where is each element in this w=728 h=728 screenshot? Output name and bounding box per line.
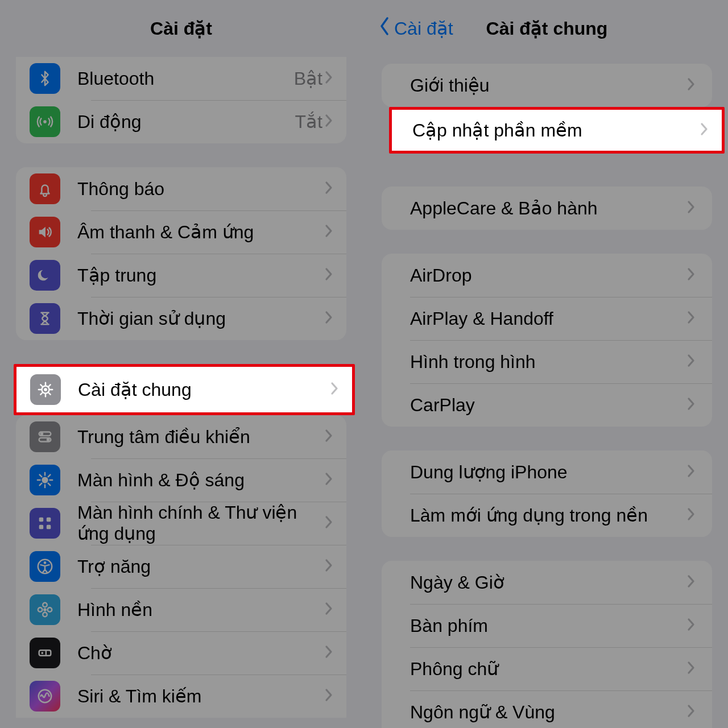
row-label: CarPlay xyxy=(410,395,687,416)
svg-point-30 xyxy=(44,388,47,391)
svg-line-11 xyxy=(48,483,51,486)
settings-row[interactable]: Trợ năng xyxy=(16,545,346,588)
row-label: Cập nhật phần mềm xyxy=(412,119,700,141)
settings-row[interactable]: AppleCare & Bảo hành xyxy=(382,187,712,230)
settings-row[interactable]: Hình nền xyxy=(16,588,346,631)
settings-row[interactable]: Âm thanh & Cảm ứng xyxy=(16,210,346,254)
back-label: Cài đặt xyxy=(394,18,453,39)
settings-row[interactable]: Ngôn ngữ & Vùng xyxy=(382,690,712,728)
settings-row[interactable]: Hình trong hình xyxy=(382,340,712,383)
settings-row[interactable]: Làm mới ứng dụng trong nền xyxy=(382,494,712,537)
row-label: Làm mới ứng dụng trong nền xyxy=(410,505,687,526)
svg-point-20 xyxy=(43,608,47,611)
chevron-right-icon xyxy=(325,311,333,326)
row-label: Màn hình chính & Thư viện ứng dụng xyxy=(77,502,325,544)
svg-line-12 xyxy=(48,475,51,477)
row-label: Trợ năng xyxy=(77,556,325,577)
navbar-left: Cài đặt xyxy=(0,0,362,57)
group-storage: Dung lượng iPhone Làm mới ứng dụng trong… xyxy=(382,450,712,537)
settings-row[interactable]: Màn hình & Độ sáng xyxy=(16,458,346,502)
svg-point-5 xyxy=(42,477,48,483)
settings-row[interactable]: Màn hình chính & Thư viện ứng dụng xyxy=(16,502,346,545)
settings-row[interactable]: Chờ xyxy=(16,631,346,675)
svg-point-24 xyxy=(48,607,52,612)
chevron-right-icon xyxy=(687,704,695,720)
settings-row[interactable]: Ngày & Giờ xyxy=(382,561,712,604)
row-label: Ngôn ngữ & Vùng xyxy=(410,702,687,723)
svg-point-26 xyxy=(41,652,43,654)
svg-line-38 xyxy=(40,393,42,395)
row-label: Thông báo xyxy=(77,179,325,200)
navbar-right: Cài đặt Cài đặt chung xyxy=(366,0,728,57)
settings-row[interactable]: Thời gian sử dụng xyxy=(16,297,346,340)
bluetooth-icon xyxy=(30,63,60,94)
row-label: AirPlay & Handoff xyxy=(410,308,687,329)
chevron-right-icon xyxy=(687,354,695,370)
row-software-update-highlighted[interactable]: Cập nhật phần mềm xyxy=(389,107,725,154)
chevron-right-icon xyxy=(687,77,695,93)
row-label: Âm thanh & Cảm ứng xyxy=(77,222,325,243)
apps-icon xyxy=(30,508,60,539)
standby-icon xyxy=(30,638,60,668)
chevron-right-icon xyxy=(687,618,695,634)
chevron-right-icon xyxy=(325,114,333,130)
page-title: Cài đặt xyxy=(150,18,212,39)
row-label: Bluetooth xyxy=(77,68,294,89)
chevron-right-icon xyxy=(700,122,708,138)
row-label: Ngày & Giờ xyxy=(410,572,687,593)
chevron-right-icon xyxy=(325,224,333,240)
settings-row[interactable]: Phông chữ xyxy=(382,647,712,690)
settings-row[interactable]: AirPlay & Handoff xyxy=(382,297,712,340)
svg-point-21 xyxy=(43,603,47,607)
back-button[interactable]: Cài đặt xyxy=(379,0,453,57)
chevron-right-icon xyxy=(325,472,333,488)
row-label: Siri & Tìm kiếm xyxy=(77,686,325,707)
settings-row[interactable]: Thông báo xyxy=(16,167,346,210)
group-connectivity: Bluetooth Bật Di động Tắt xyxy=(16,57,346,143)
svg-rect-25 xyxy=(39,650,51,655)
chevron-right-icon xyxy=(687,661,695,677)
svg-point-2 xyxy=(40,432,44,436)
row-label: Tập trung xyxy=(77,265,325,286)
row-label: Chờ xyxy=(77,643,325,664)
row-general-settings-highlighted[interactable]: Cài đặt chung xyxy=(14,364,355,415)
chevron-right-icon xyxy=(325,71,333,86)
settings-row[interactable]: AirDrop xyxy=(382,254,712,297)
bell-icon xyxy=(30,173,60,204)
toggles-icon xyxy=(30,421,60,452)
chevron-right-icon xyxy=(687,200,695,216)
svg-rect-15 xyxy=(47,518,51,522)
settings-row[interactable]: Siri & Tìm kiếm xyxy=(16,675,346,718)
row-label: Màn hình & Độ sáng xyxy=(77,470,325,491)
speaker-icon xyxy=(30,217,60,247)
chevron-right-icon xyxy=(687,574,695,590)
chevron-right-icon xyxy=(325,645,333,661)
row-label: Giới thiệu xyxy=(410,75,687,96)
svg-line-35 xyxy=(40,384,42,386)
settings-row[interactable]: Trung tâm điều khiển xyxy=(16,415,346,458)
group-system: Trung tâm điều khiển Màn hình & Độ sáng … xyxy=(16,415,346,718)
chevron-right-icon xyxy=(687,267,695,283)
settings-row[interactable]: CarPlay xyxy=(382,383,712,427)
settings-row[interactable]: Bàn phím xyxy=(382,604,712,647)
settings-row[interactable]: Giới thiệu xyxy=(382,64,712,107)
siri-icon xyxy=(30,681,60,712)
svg-line-10 xyxy=(40,475,42,477)
row-label: AppleCare & Bảo hành xyxy=(410,198,687,219)
row-label: Phông chữ xyxy=(410,659,687,680)
chevron-right-icon xyxy=(325,559,333,574)
chevron-right-icon xyxy=(687,464,695,480)
row-label: Trung tâm điều khiển xyxy=(77,427,325,448)
sun-icon xyxy=(30,465,60,495)
group-warranty: AppleCare & Bảo hành xyxy=(382,187,712,230)
settings-row[interactable]: Dung lượng iPhone xyxy=(382,450,712,494)
gear-icon xyxy=(30,374,61,405)
row-label: Cài đặt chung xyxy=(78,379,330,400)
settings-row[interactable]: Di động Tắt xyxy=(16,100,346,143)
chevron-right-icon xyxy=(325,602,333,618)
svg-point-23 xyxy=(38,607,43,612)
settings-row[interactable]: Tập trung xyxy=(16,254,346,297)
row-label: Bàn phím xyxy=(410,615,687,636)
settings-row[interactable]: Bluetooth Bật xyxy=(16,57,346,100)
chevron-right-icon xyxy=(325,181,333,197)
